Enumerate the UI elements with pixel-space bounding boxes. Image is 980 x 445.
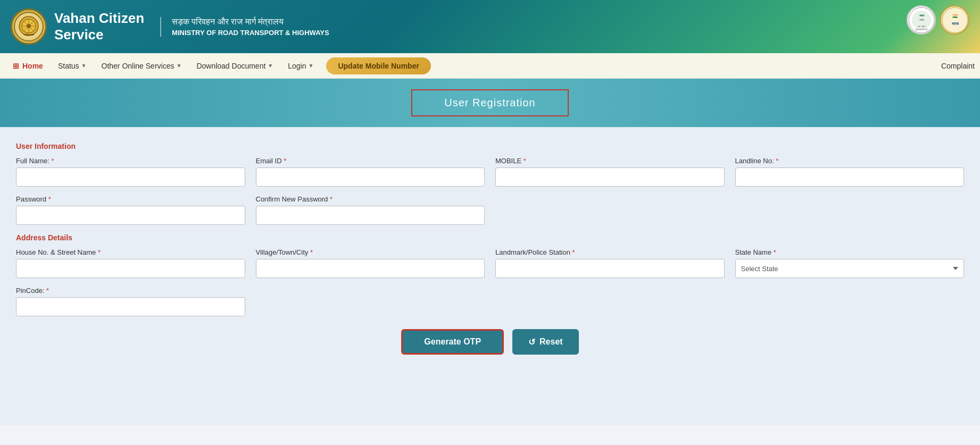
- pincode-spacer-3: [735, 287, 965, 316]
- other-services-caret-icon: ▼: [176, 63, 181, 69]
- svg-point-14: [942, 7, 968, 33]
- confirm-password-required: *: [330, 195, 333, 203]
- landline-label: Landline No: *: [735, 157, 965, 165]
- page-banner: User Registration: [0, 79, 980, 127]
- download-caret-icon: ▼: [268, 63, 273, 69]
- reset-icon: ↺: [528, 337, 535, 347]
- email-group: Email ID *: [256, 157, 485, 187]
- status-caret-icon: ▼: [81, 63, 87, 69]
- confirm-password-label: Confirm New Password *: [256, 195, 485, 203]
- nav-download-document[interactable]: Download Document ▼: [189, 53, 280, 79]
- email-label: Email ID *: [256, 157, 485, 165]
- village-label: Village/Town/City *: [256, 248, 485, 256]
- full-name-label: Full Name: *: [16, 157, 245, 165]
- nav-complaint[interactable]: Complaint: [941, 62, 975, 70]
- page-header: सत्यमेव जयते Vahan Citizen Service सड़क …: [0, 0, 980, 53]
- house-required: *: [98, 248, 101, 256]
- landmark-group: Landmark/Police Station *: [495, 248, 725, 278]
- email-required: *: [284, 157, 286, 165]
- mobile-label: MOBILE *: [495, 157, 725, 165]
- svg-text:भारत: भारत: [951, 22, 959, 26]
- home-icon: ⊞: [13, 62, 19, 70]
- mobile-required: *: [524, 157, 526, 165]
- header-title-block: Vahan Citizen Service: [54, 10, 144, 43]
- state-label: State Name *: [735, 248, 965, 256]
- hindi-title: सड़क परिवहन और राज मार्ग मंत्रालय: [172, 17, 329, 27]
- form-row-4: PinCode: *: [16, 287, 964, 316]
- village-required: *: [310, 248, 313, 256]
- mobile-input[interactable]: [495, 167, 725, 187]
- password-group: Password *: [16, 195, 245, 225]
- nav-other-services[interactable]: Other Online Services ▼: [94, 53, 189, 79]
- confirm-password-group: Confirm New Password *: [256, 195, 485, 225]
- svg-text:भारत: भारत: [919, 18, 924, 21]
- nav-status[interactable]: Status ▼: [51, 53, 94, 79]
- navbar: ⊞ Home Status ▼ Other Online Services ▼ …: [0, 53, 980, 79]
- password-input[interactable]: [16, 206, 245, 225]
- password-required: *: [48, 195, 51, 203]
- pincode-group: PinCode: *: [16, 287, 245, 316]
- reset-button[interactable]: ↺ Reset: [512, 329, 579, 355]
- village-group: Village/Town/City *: [256, 248, 485, 278]
- landline-required: *: [776, 157, 778, 165]
- password-spacer-2: [735, 195, 965, 225]
- svg-text:स्वच्छ: स्वच्छ: [918, 14, 924, 17]
- svg-text:🇮🇳: 🇮🇳: [952, 13, 958, 19]
- full-name-required: *: [51, 157, 54, 165]
- user-info-section-title: User Information: [16, 142, 964, 150]
- update-mobile-button[interactable]: Update Mobile Number: [326, 57, 430, 74]
- address-section-title: Address Details: [16, 233, 964, 242]
- state-select[interactable]: Select State Andhra Pradesh Delhi Gujara…: [735, 259, 965, 278]
- landmark-label: Landmark/Police Station *: [495, 248, 725, 256]
- page-banner-box: User Registration: [411, 89, 569, 116]
- pincode-required: *: [46, 287, 49, 295]
- form-row-1: Full Name: * Email ID * MOBILE * Landlin…: [16, 157, 964, 187]
- svg-text:सत्यमेव जयते: सत्यमेव जयते: [23, 33, 34, 36]
- svg-text:एक कदम: एक कदम: [917, 25, 925, 28]
- nav-login[interactable]: Login ▼: [280, 53, 321, 79]
- password-label: Password *: [16, 195, 245, 203]
- village-input[interactable]: [256, 259, 485, 278]
- swachh-bharat-badge: स्वच्छ भारत एक कदम स्वच्छता की ओर: [907, 5, 936, 35]
- form-buttons: Generate OTP ↺ Reset: [16, 329, 964, 355]
- form-row-3: House No. & Street Name * Village/Town/C…: [16, 248, 964, 278]
- page-banner-title: User Registration: [444, 97, 536, 108]
- nav-home[interactable]: ⊞ Home: [5, 53, 51, 79]
- svg-text:स्वच्छता की ओर: स्वच्छता की ओर: [914, 28, 927, 31]
- pincode-spacer-1: [256, 287, 485, 316]
- house-label: House No. & Street Name *: [16, 248, 245, 256]
- government-logo: सत्यमेव जयते: [11, 9, 47, 45]
- pincode-spacer-2: [495, 287, 725, 316]
- password-spacer-1: [495, 195, 725, 225]
- email-input[interactable]: [256, 167, 485, 187]
- india-badge: 🇮🇳 भारत: [940, 5, 969, 35]
- landline-input[interactable]: [735, 167, 965, 187]
- landmark-required: *: [572, 248, 575, 256]
- state-required: *: [774, 248, 776, 256]
- house-input[interactable]: [16, 259, 245, 278]
- registration-form: User Information Full Name: * Email ID *…: [0, 127, 980, 425]
- ministry-title-block: सड़क परिवहन और राज मार्ग मंत्रालय MINIST…: [160, 17, 329, 37]
- mobile-group: MOBILE *: [495, 157, 725, 187]
- landmark-input[interactable]: [495, 259, 725, 278]
- generate-otp-button[interactable]: Generate OTP: [401, 329, 504, 355]
- full-name-input[interactable]: [16, 167, 245, 187]
- state-group: State Name * Select State Andhra Pradesh…: [735, 248, 965, 278]
- full-name-group: Full Name: *: [16, 157, 245, 187]
- pincode-input[interactable]: [16, 297, 245, 316]
- english-title: MINISTRY OF ROAD TRANSPORT & HIGHWAYS: [172, 29, 329, 37]
- landline-group: Landline No: *: [735, 157, 965, 187]
- confirm-password-input[interactable]: [256, 206, 485, 225]
- header-right-badges: स्वच्छ भारत एक कदम स्वच्छता की ओर 🇮🇳 भार…: [907, 5, 969, 35]
- house-group: House No. & Street Name *: [16, 248, 245, 278]
- form-row-2: Password * Confirm New Password *: [16, 195, 964, 225]
- pincode-label: PinCode: *: [16, 287, 245, 295]
- app-name: Vahan Citizen Service: [54, 10, 144, 43]
- login-caret-icon: ▼: [309, 63, 314, 69]
